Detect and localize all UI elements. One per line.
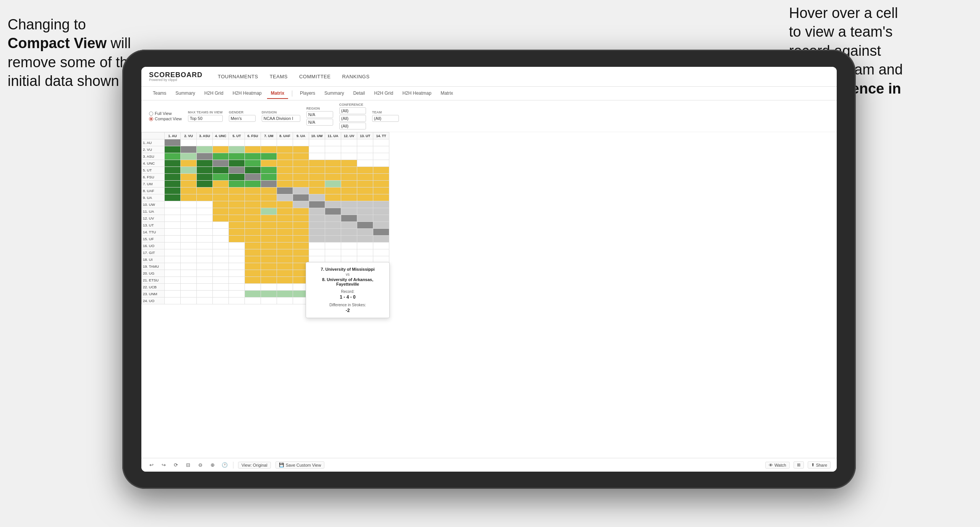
matrix-cell-5-10[interactable] — [325, 174, 341, 181]
matrix-cell-21-1[interactable] — [181, 284, 197, 291]
matrix-cell-4-10[interactable] — [325, 167, 341, 174]
matrix-cell-14-10[interactable] — [325, 236, 341, 242]
matrix-cell-20-4[interactable] — [229, 277, 245, 284]
matrix-cell-21-6[interactable] — [261, 284, 277, 291]
matrix-cell-8-7[interactable] — [277, 194, 293, 201]
sub-nav-matrix-1[interactable]: Matrix — [267, 88, 288, 99]
matrix-cell-11-10[interactable] — [325, 215, 341, 222]
matrix-cell-0-10[interactable] — [325, 139, 341, 146]
matrix-cell-8-8[interactable] — [293, 194, 309, 201]
matrix-cell-2-11[interactable] — [341, 153, 357, 160]
matrix-cell-13-0[interactable] — [165, 229, 181, 236]
matrix-cell-19-4[interactable] — [229, 270, 245, 277]
matrix-cell-6-0[interactable] — [165, 181, 181, 188]
matrix-cell-22-5[interactable] — [245, 291, 261, 297]
matrix-cell-6-1[interactable] — [181, 181, 197, 188]
matrix-cell-15-8[interactable] — [293, 242, 309, 249]
matrix-cell-6-10[interactable] — [325, 181, 341, 188]
matrix-cell-2-10[interactable] — [325, 153, 341, 160]
matrix-cell-8-12[interactable] — [357, 194, 373, 201]
matrix-cell-5-13[interactable] — [373, 174, 389, 181]
matrix-cell-16-5[interactable] — [245, 249, 261, 256]
matrix-cell-0-7[interactable] — [277, 139, 293, 146]
matrix-cell-7-6[interactable] — [261, 188, 277, 194]
matrix-cell-11-0[interactable] — [165, 215, 181, 222]
matrix-cell-2-0[interactable] — [165, 153, 181, 160]
matrix-cell-5-3[interactable] — [213, 174, 229, 181]
matrix-cell-17-1[interactable] — [181, 256, 197, 263]
matrix-cell-12-7[interactable] — [277, 222, 293, 229]
view-original-btn[interactable]: View: Original — [238, 462, 271, 469]
matrix-cell-22-0[interactable] — [165, 291, 181, 297]
matrix-cell-12-8[interactable] — [293, 222, 309, 229]
matrix-cell-15-2[interactable] — [197, 242, 213, 249]
matrix-cell-9-7[interactable] — [277, 201, 293, 208]
matrix-cell-23-5[interactable] — [245, 297, 261, 304]
matrix-cell-1-1[interactable] — [181, 146, 197, 153]
matrix-cell-17-2[interactable] — [197, 256, 213, 263]
matrix-cell-10-13[interactable] — [373, 208, 389, 215]
sub-nav-summary-1[interactable]: Summary — [172, 88, 199, 99]
matrix-cell-12-5[interactable] — [245, 222, 261, 229]
matrix-cell-16-3[interactable] — [213, 249, 229, 256]
matrix-cell-2-4[interactable] — [229, 153, 245, 160]
matrix-cell-13-6[interactable] — [261, 229, 277, 236]
matrix-cell-20-0[interactable] — [165, 277, 181, 284]
matrix-cell-9-3[interactable] — [213, 201, 229, 208]
region-select-1[interactable]: N/A — [306, 111, 333, 118]
matrix-cell-0-0[interactable] — [165, 139, 181, 146]
matrix-cell-1-5[interactable] — [245, 146, 261, 153]
matrix-cell-7-10[interactable] — [325, 188, 341, 194]
matrix-cell-9-0[interactable] — [165, 201, 181, 208]
matrix-cell-9-5[interactable] — [245, 201, 261, 208]
matrix-cell-8-9[interactable] — [309, 194, 325, 201]
matrix-cell-20-5[interactable] — [245, 277, 261, 284]
matrix-cell-9-1[interactable] — [181, 201, 197, 208]
matrix-cell-0-5[interactable] — [245, 139, 261, 146]
team-select[interactable]: (All) — [372, 115, 399, 122]
matrix-cell-7-5[interactable] — [245, 188, 261, 194]
region-select-2[interactable]: N/A — [306, 119, 333, 126]
nav-tournaments[interactable]: TOURNAMENTS — [218, 74, 258, 79]
matrix-cell-0-12[interactable] — [357, 139, 373, 146]
matrix-cell-20-3[interactable] — [213, 277, 229, 284]
matrix-cell-15-3[interactable] — [213, 242, 229, 249]
matrix-cell-12-1[interactable] — [181, 222, 197, 229]
matrix-cell-19-2[interactable] — [197, 270, 213, 277]
matrix-cell-16-10[interactable] — [325, 249, 341, 256]
matrix-cell-4-0[interactable] — [165, 167, 181, 174]
matrix-cell-7-9[interactable] — [309, 188, 325, 194]
matrix-cell-3-1[interactable] — [181, 160, 197, 167]
matrix-cell-20-7[interactable] — [277, 277, 293, 284]
matrix-cell-14-8[interactable] — [293, 236, 309, 242]
matrix-cell-18-1[interactable] — [181, 263, 197, 270]
matrix-cell-5-8[interactable] — [293, 174, 309, 181]
matrix-cell-12-3[interactable] — [213, 222, 229, 229]
matrix-cell-11-7[interactable] — [277, 215, 293, 222]
sub-nav-matrix-2[interactable]: Matrix — [437, 88, 457, 99]
matrix-cell-11-12[interactable] — [357, 215, 373, 222]
matrix-cell-12-12[interactable] — [357, 222, 373, 229]
matrix-cell-16-0[interactable] — [165, 249, 181, 256]
matrix-cell-7-2[interactable] — [197, 188, 213, 194]
matrix-cell-5-11[interactable] — [341, 174, 357, 181]
matrix-cell-2-12[interactable] — [357, 153, 373, 160]
matrix-cell-12-9[interactable] — [309, 222, 325, 229]
gender-select[interactable]: Men's — [229, 115, 256, 122]
matrix-cell-4-5[interactable] — [245, 167, 261, 174]
matrix-cell-15-1[interactable] — [181, 242, 197, 249]
matrix-cell-0-11[interactable] — [341, 139, 357, 146]
sub-nav-players[interactable]: Players — [296, 88, 319, 99]
zoom-in-icon[interactable]: ⊕ — [209, 461, 216, 469]
sub-nav-h2h-grid-2[interactable]: H2H Grid — [370, 88, 397, 99]
matrix-cell-8-10[interactable] — [325, 194, 341, 201]
matrix-cell-2-2[interactable] — [197, 153, 213, 160]
matrix-cell-3-5[interactable] — [245, 160, 261, 167]
matrix-cell-10-10[interactable] — [325, 208, 341, 215]
matrix-cell-12-2[interactable] — [197, 222, 213, 229]
matrix-cell-23-4[interactable] — [229, 297, 245, 304]
matrix-cell-14-4[interactable] — [229, 236, 245, 242]
matrix-cell-8-13[interactable] — [373, 194, 389, 201]
matrix-cell-14-9[interactable] — [309, 236, 325, 242]
matrix-cell-19-3[interactable] — [213, 270, 229, 277]
